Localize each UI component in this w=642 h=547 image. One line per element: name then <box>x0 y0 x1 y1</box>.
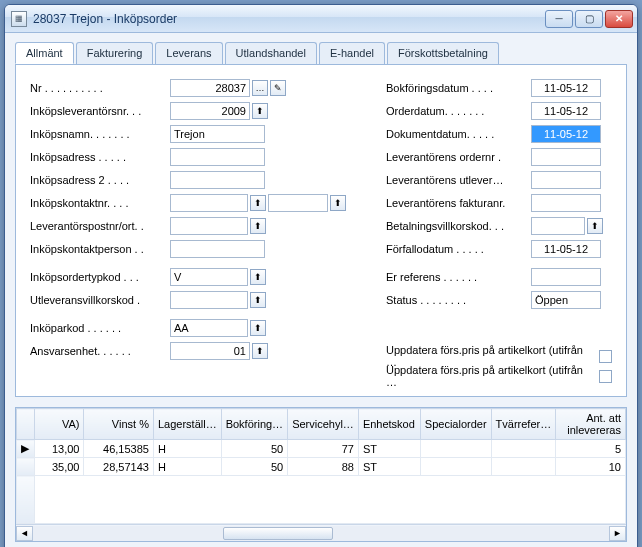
levpostort-field[interactable] <box>170 217 248 235</box>
window: ▦ 28037 Trejon - Inköpsorder ─ ▢ ✕ Allmä… <box>4 4 638 547</box>
inkopskontaktnr2-field[interactable] <box>268 194 328 212</box>
form-panel: Nr . . . . . . . . . . … ✎ Inköpsleveran… <box>15 64 627 397</box>
inkoparkod-lookup[interactable]: ⬆ <box>250 320 266 336</box>
levutlev-field[interactable] <box>531 171 601 189</box>
close-button[interactable]: ✕ <box>605 10 633 28</box>
inkopslev-label: Inköpsleverantörsnr. . . <box>30 105 170 117</box>
inkopsnamn-label: Inköpsnamn. . . . . . . <box>30 128 170 140</box>
ordertyp-label: Inköpsordertypkod . . . <box>30 271 170 283</box>
col-ant[interactable]: Ant. att inlevereras <box>556 409 626 440</box>
utlevvillkor-label: Utleveransvillkorskod . <box>30 294 170 306</box>
nr-field[interactable] <box>170 79 250 97</box>
col-tvarr[interactable]: Tvärrefer… <box>491 409 556 440</box>
status-label: Status . . . . . . . . <box>386 294 531 306</box>
maximize-button[interactable]: ▢ <box>575 10 603 28</box>
levfaktnr-label: Leverantörens fakturanr. <box>386 197 531 209</box>
levpostort-label: Leverantörspostnr/ort. . <box>30 220 170 232</box>
inkopsadress-field[interactable] <box>170 148 265 166</box>
upd2-checkbox[interactable] <box>599 370 612 383</box>
inkoparkod-label: Inköparkod . . . . . . <box>30 322 170 334</box>
col-bokf[interactable]: Bokföring… <box>221 409 287 440</box>
tab-fakturering[interactable]: Fakturering <box>76 42 154 64</box>
grid: VA) Vinst % Lagerställ… Bokföring… Servi… <box>15 407 627 542</box>
betvillkor-lookup[interactable]: ⬆ <box>587 218 603 234</box>
tab-ehandel[interactable]: E-handel <box>319 42 385 64</box>
scroll-right-button[interactable]: ► <box>609 526 626 541</box>
minimize-button[interactable]: ─ <box>545 10 573 28</box>
inkopslev-lookup[interactable]: ⬆ <box>252 103 268 119</box>
col-service[interactable]: Servicehyl… <box>288 409 359 440</box>
tab-forskottsbetalning[interactable]: Förskottsbetalning <box>387 42 499 64</box>
row-marker: ▶ <box>17 440 35 458</box>
upd2-label: Uppdatera förs.pris på artikelkort (utif… <box>386 364 593 388</box>
grid-hscrollbar[interactable]: ◄ ► <box>16 524 626 541</box>
inkoparkod-field[interactable] <box>170 319 248 337</box>
forfallo-field[interactable] <box>531 240 601 258</box>
inkopskontaktperson-label: Inköpskontaktperson . . <box>30 243 170 255</box>
erref-label: Er referens . . . . . . <box>386 271 531 283</box>
utlevvillkor-lookup[interactable]: ⬆ <box>250 292 266 308</box>
tab-leverans[interactable]: Leverans <box>155 42 222 64</box>
betvillkor-field[interactable] <box>531 217 585 235</box>
client-area: Allmänt Fakturering Leverans Utlandshand… <box>5 33 637 547</box>
ordertyp-field[interactable] <box>170 268 248 286</box>
levordnr-label: Leverantörens ordernr . <box>386 151 531 163</box>
utlevvillkor-field[interactable] <box>170 291 248 309</box>
right-column: Bokföringsdatum . . . . Orderdatum. . . … <box>386 77 612 386</box>
titlebar: ▦ 28037 Trejon - Inköpsorder ─ ▢ ✕ <box>5 5 637 33</box>
inkopskontaktnr-field[interactable] <box>170 194 248 212</box>
window-title: 28037 Trejon - Inköpsorder <box>33 12 543 26</box>
inkopsadress2-label: Inköpsadress 2 . . . . <box>30 174 170 186</box>
left-column: Nr . . . . . . . . . . … ✎ Inköpsleveran… <box>30 77 346 386</box>
table-row[interactable]: ▶ 13,00 46,15385 H 50 77 ST 5 <box>17 440 626 458</box>
tab-strip: Allmänt Fakturering Leverans Utlandshand… <box>15 42 627 65</box>
bokfdatum-field[interactable] <box>531 79 601 97</box>
inkopsadress2-field[interactable] <box>170 171 265 189</box>
ansvarsenhet-lookup[interactable]: ⬆ <box>252 343 268 359</box>
levpostort-lookup[interactable]: ⬆ <box>250 218 266 234</box>
inkopslev-field[interactable] <box>170 102 250 120</box>
status-field <box>531 291 601 309</box>
inkopsadress-label: Inköpsadress . . . . . <box>30 151 170 163</box>
levordnr-field[interactable] <box>531 148 601 166</box>
ansvarsenhet-label: Ansvarsenhet. . . . . . <box>30 345 170 357</box>
levutlev-label: Leverantörens utlever… <box>386 174 531 186</box>
tab-allmant[interactable]: Allmänt <box>15 42 74 64</box>
scroll-thumb[interactable] <box>223 527 333 540</box>
nr-label: Nr . . . . . . . . . . <box>30 82 170 94</box>
tab-utlandshandel[interactable]: Utlandshandel <box>225 42 317 64</box>
inkopskontaktnr-lookup[interactable]: ⬆ <box>250 195 266 211</box>
nr-ellipsis-button[interactable]: … <box>252 80 268 96</box>
inkopsnamn-field[interactable] <box>170 125 265 143</box>
col-va[interactable]: VA) <box>34 409 84 440</box>
orderdatum-field[interactable] <box>531 102 601 120</box>
table-row[interactable]: 35,00 28,57143 H 50 88 ST 10 <box>17 458 626 476</box>
ansvarsenhet-field[interactable] <box>170 342 250 360</box>
upd1-checkbox[interactable] <box>599 350 612 363</box>
forfallo-label: Förfallodatum . . . . . <box>386 243 531 255</box>
dokdatum-label: Dokumentdatum. . . . . <box>386 128 531 140</box>
col-vinst[interactable]: Vinst % <box>84 409 153 440</box>
nr-edit-button[interactable]: ✎ <box>270 80 286 96</box>
inkopskontaktnr2-lookup[interactable]: ⬆ <box>330 195 346 211</box>
inkopskontaktnr-label: Inköpskontaktnr. . . . <box>30 197 170 209</box>
col-enhet[interactable]: Enhetskod <box>358 409 420 440</box>
orderdatum-label: Orderdatum. . . . . . . <box>386 105 531 117</box>
bokfdatum-label: Bokföringsdatum . . . . <box>386 82 531 94</box>
col-special[interactable]: Specialorder <box>420 409 491 440</box>
betvillkor-label: Betalningsvillkorskod. . . <box>386 220 531 232</box>
grid-corner <box>17 409 35 440</box>
erref-field[interactable] <box>531 268 601 286</box>
levfaktnr-field[interactable] <box>531 194 601 212</box>
app-icon: ▦ <box>11 11 27 27</box>
scroll-left-button[interactable]: ◄ <box>16 526 33 541</box>
dokdatum-field[interactable] <box>531 125 601 143</box>
inkopskontaktperson-field[interactable] <box>170 240 265 258</box>
ordertyp-lookup[interactable]: ⬆ <box>250 269 266 285</box>
col-lager[interactable]: Lagerställ… <box>153 409 221 440</box>
scroll-track[interactable] <box>33 526 609 541</box>
